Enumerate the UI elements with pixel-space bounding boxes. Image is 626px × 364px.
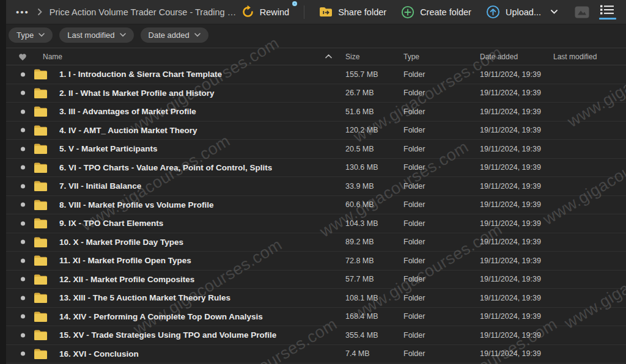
folder-icon [34, 87, 48, 99]
filter-chip[interactable]: Type [9, 27, 53, 43]
row-date-added: 19/11/2024, 19:39 [480, 238, 553, 246]
folder-name[interactable]: 13. XIII - The 5 Auction Market Theory R… [59, 293, 230, 302]
row-select-dot[interactable] [21, 147, 25, 151]
row-select-dot[interactable] [21, 352, 25, 356]
grid-view-button[interactable] [575, 6, 589, 18]
folder-name[interactable]: 8. VIII - Market Profile vs Volume Profi… [59, 200, 214, 209]
create-folder-button[interactable]: Create folder [401, 5, 471, 19]
filter-chip-label: Last modified [67, 31, 114, 40]
sort-ascending-icon[interactable] [325, 54, 332, 59]
table-row[interactable]: 14. XIV - Performing A Complete Top Down… [0, 308, 626, 327]
table-row[interactable]: 11. XI - Market Profile Open Types 72.8 … [0, 252, 626, 271]
heart-icon [18, 53, 27, 60]
row-size: 89.2 MB [345, 238, 403, 246]
row-select-dot[interactable] [21, 203, 25, 207]
row-size: 57.7 MB [345, 275, 403, 283]
row-size: 33.9 MB [345, 182, 403, 191]
row-select-dot[interactable] [21, 128, 25, 133]
row-size: 130.6 MB [345, 163, 403, 172]
table-row[interactable]: 8. VIII - Market Profile vs Volume Profi… [0, 196, 626, 215]
row-select-dot[interactable] [21, 240, 25, 244]
row-select-dot[interactable] [21, 221, 25, 225]
share-folder-button[interactable]: Share folder [319, 6, 386, 18]
row-select-dot[interactable] [21, 277, 25, 282]
row-select-dot[interactable] [21, 72, 25, 76]
folder-name[interactable]: 15. XV - Trade Strategies Using TPO and … [59, 330, 276, 340]
upload-options-chevron[interactable] [551, 10, 558, 14]
rewind-button[interactable]: Rewind [241, 5, 289, 18]
folder-icon [34, 180, 48, 192]
folder-icon [34, 217, 48, 229]
folder-icon [34, 162, 48, 173]
chevron-right-icon [38, 9, 42, 15]
folder-icon [34, 329, 48, 341]
filter-chip[interactable]: Date added [141, 27, 208, 43]
folder-name[interactable]: 6. VI - TPO Charts - Value Area, Point o… [59, 163, 272, 172]
folder-name[interactable]: 3. III - Advantages of Market Profile [59, 107, 196, 116]
row-date-added: 19/11/2024, 19:39 [480, 312, 553, 321]
column-header-type[interactable]: Type [403, 53, 480, 61]
table-row[interactable]: 13. XIII - The 5 Auction Market Theory R… [0, 289, 626, 308]
row-type: Folder [403, 182, 480, 191]
folder-name[interactable]: 12. XII - Market Profile Composites [59, 275, 194, 284]
favorite-column-header[interactable] [18, 53, 27, 60]
column-header-size[interactable]: Size [345, 53, 403, 61]
row-select-dot[interactable] [21, 109, 25, 114]
folder-name[interactable]: 4. IV - AMT_ Auction Market Theory [59, 126, 197, 135]
column-header-last-modified[interactable]: Last modified [553, 53, 626, 61]
row-select-dot[interactable] [21, 333, 25, 337]
table-row[interactable]: 15. XV - Trade Strategies Using TPO and … [0, 326, 626, 345]
folder-name[interactable]: 9. IX - TPO Chart Elements [59, 219, 163, 228]
table-row[interactable]: 2. II - What Is Market Profile and Histo… [0, 84, 626, 103]
folder-name[interactable]: 16. XVI - Conclusion [59, 349, 139, 359]
table-row[interactable]: 6. VI - TPO Charts - Value Area, Point o… [0, 159, 626, 178]
row-select-dot[interactable] [21, 91, 25, 95]
folder-name[interactable]: 10. X - Market Profile Day Types [59, 238, 183, 247]
breadcrumb-menu-button[interactable]: ••• [16, 0, 29, 24]
row-select-dot[interactable] [21, 315, 25, 319]
table-row[interactable]: 7. VII - Initial Balance 33.9 MB Folder … [0, 177, 626, 196]
row-size: 60.6 MB [345, 200, 403, 209]
upload-button[interactable]: Upload... [486, 5, 541, 19]
row-size: 72.8 MB [345, 257, 403, 265]
table-row[interactable]: 10. X - Market Profile Day Types 89.2 MB… [0, 233, 626, 252]
row-select-dot[interactable] [21, 184, 25, 188]
row-type: Folder [403, 349, 480, 358]
folder-name[interactable]: 14. XIV - Performing A Complete Top Down… [59, 312, 263, 321]
column-header-date-added[interactable]: Date added [480, 53, 553, 61]
folder-icon [34, 311, 48, 322]
folder-name[interactable]: 5. V - Market Participants [59, 144, 158, 153]
left-edge-strip [0, 0, 6, 364]
folder-icon [34, 274, 48, 285]
row-date-added: 19/11/2024, 19:39 [480, 331, 553, 340]
share-folder-icon [319, 6, 333, 18]
row-type: Folder [403, 70, 480, 79]
filter-chip-label: Date added [149, 31, 190, 40]
breadcrumb-folder-title[interactable]: Price Action Volume Trader Course - Trad… [50, 7, 241, 17]
folder-name[interactable]: 7. VII - Initial Balance [59, 181, 141, 191]
row-type: Folder [403, 145, 480, 153]
row-type: Folder [403, 257, 480, 265]
folder-name[interactable]: 1. I - Introduction & Sierra Chart Templ… [59, 70, 222, 79]
column-header-name[interactable]: Name [43, 53, 62, 61]
table-row[interactable]: 5. V - Market Participants 20.5 MB Folde… [0, 140, 626, 159]
list-view-button[interactable] [599, 4, 616, 20]
table-row[interactable]: 9. IX - TPO Chart Elements 104.3 MB Fold… [0, 214, 626, 233]
row-select-dot[interactable] [21, 166, 25, 170]
row-type: Folder [403, 275, 480, 283]
row-select-dot[interactable] [21, 258, 25, 263]
table-row[interactable]: 4. IV - AMT_ Auction Market Theory 120.2… [0, 122, 626, 140]
table-row[interactable]: 1. I - Introduction & Sierra Chart Templ… [0, 65, 626, 84]
filter-chip[interactable]: Last modified [59, 27, 133, 43]
table-row[interactable]: 3. III - Advantages of Market Profile 51… [0, 103, 626, 122]
row-type: Folder [403, 126, 480, 134]
row-select-dot[interactable] [21, 296, 25, 300]
folder-icon [34, 236, 48, 248]
folder-name[interactable]: 11. XI - Market Profile Open Types [59, 256, 191, 265]
folder-name[interactable]: 2. II - What Is Market Profile and Histo… [59, 89, 215, 98]
table-row[interactable]: 12. XII - Market Profile Composites 57.7… [0, 271, 626, 289]
row-type: Folder [403, 163, 480, 172]
chevron-down-icon [194, 33, 201, 37]
file-table: Name Size Type Date added Last modified … [0, 48, 626, 363]
table-row[interactable]: 16. XVI - Conclusion 7.4 MB Folder 19/11… [0, 345, 626, 364]
